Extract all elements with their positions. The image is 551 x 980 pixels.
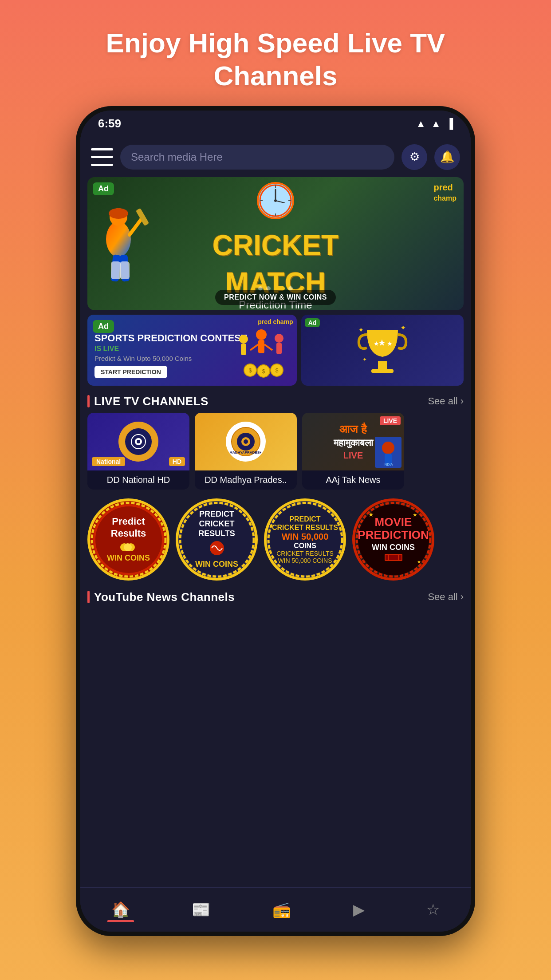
dd-mp-name: DD Madhya Prades.. [195,470,297,490]
svg-line-20 [250,344,258,350]
pred-circle-3-text: PREDICTCRICKET RESULTS [272,515,338,532]
banner-content: CRICKET MATCH Prediction Time PREDICT NO… [87,177,464,310]
svg-text:$: $ [275,368,278,374]
status-bar: 6:59 ▲ ▲ ▐ [80,111,471,137]
live-tv-title: LIVE TV CHANNELS [94,395,209,408]
yt-title-bar: YouTube News Channels [87,590,235,604]
svg-rect-69 [386,555,388,560]
banner-ad[interactable]: Ad predchamp [87,177,464,310]
svg-point-0 [106,221,131,257]
svg-text:$: $ [262,368,265,375]
dd-national-thumb: National HD [87,413,189,470]
svg-rect-19 [258,340,264,353]
section-bar [87,395,90,407]
bottom-spacer [80,609,471,657]
star-icon: ☆ [426,901,440,905]
svg-text:★: ★ [374,340,379,347]
home-icon: 🏠 [111,901,130,905]
app-headline: Enjoy High Speed Live TV Channels [71,0,481,106]
pred-circle-4[interactable]: ★ ★ ★ MOVIEPREDICTION WIN COINS [352,498,434,581]
phone-frame: 6:59 ▲ ▲ ▐ Search media Here ⚙ 🔔 [76,106,475,936]
svg-text:MADHYAPRADESH: MADHYAPRADESH [230,450,261,454]
gear-icon: ⚙ [409,150,420,164]
svg-rect-25 [276,343,282,354]
sports-figures: $ $ $ [226,315,297,386]
pred-circle-1-text: PredictResults [107,516,150,539]
svg-rect-32 [378,361,387,370]
trophy-ad[interactable]: Ad ★ ★ [301,315,464,386]
hamburger-button[interactable] [91,148,113,166]
trophy-visual: ★ ★ ★ ✦ ✦ ✦ [301,315,464,386]
predict-now-button[interactable]: PREDICT NOW & WIN COINS [215,290,336,305]
headline-line1: Enjoy High Speed Live TV [106,28,445,58]
national-badge: National [92,457,125,466]
live-tv-see-all[interactable]: See all › [428,395,464,407]
app-header: Search media Here ⚙ 🔔 [80,137,471,177]
svg-point-57 [124,543,132,551]
clock-decoration [256,181,295,222]
channels-row: National HD DD National HD [80,413,471,497]
banner-title-cricket: CRICKET [213,231,338,260]
dd-national-name: DD National HD [87,470,189,490]
svg-text:INDIA: INDIA [383,462,393,466]
settings-button[interactable]: ⚙ [401,144,427,170]
nav-favorites[interactable]: ☆ [417,897,449,905]
sports-ad-badge: Ad [93,320,114,333]
cricket-player-image [92,204,150,292]
ad-badge: Ad [93,182,114,195]
signal-icon: ▲ [431,118,441,130]
aaj-tak-content: आज है महामुकाबला LIVE LIVE [302,413,404,470]
yt-see-all[interactable]: See all › [428,591,464,603]
aaj-tak-text: आज है महामुकाबला LIVE [334,422,373,461]
svg-rect-33 [371,369,394,373]
svg-rect-71 [399,555,401,560]
trophy-ad-badge: Ad [305,318,320,327]
nav-home[interactable]: 🏠 [102,897,139,905]
svg-point-49 [382,442,394,454]
pred-champ-small-logo: pred champ [258,318,293,325]
time-display: 6:59 [98,117,121,130]
svg-text:✦: ✦ [362,356,367,363]
nav-news[interactable]: 📰 [183,897,219,905]
dd-national-logo [118,422,158,462]
play-icon: ▶ [353,901,365,905]
start-prediction-button[interactable]: START PREDICTION [94,366,167,378]
radio-icon: 📻 [272,901,291,905]
svg-rect-23 [241,344,246,355]
svg-point-42 [137,440,140,443]
search-bar[interactable]: Search media Here [120,145,394,170]
pred-circle-1[interactable]: PredictResults WIN COINS [87,498,169,581]
sports-prediction-ad[interactable]: Ad SPORTS PREDICTION CONTEST IS LIVE Pre… [87,315,297,386]
svg-rect-8 [120,261,130,279]
cricket-thumb: INDIA [375,437,401,468]
nav-radio[interactable]: 📻 [264,897,300,905]
live-badge: LIVE [380,416,401,425]
prediction-circles-row: PredictResults WIN COINS [80,497,471,588]
pred-circle-4-text: MOVIEPREDICTION [358,516,429,541]
small-ads-row: Ad SPORTS PREDICTION CONTEST IS LIVE Pre… [87,315,464,386]
search-placeholder: Search media Here [131,151,223,163]
channel-card-aaj-tak[interactable]: आज है महामुकाबला LIVE LIVE [302,413,404,490]
nav-play[interactable]: ▶ [344,897,374,905]
status-icons: ▲ ▲ ▐ [416,118,453,130]
svg-point-46 [244,439,248,444]
channel-card-dd-mp[interactable]: MADHYAPRADESH DD Madhya Prades.. [195,413,297,490]
youtube-section-header: YouTube News Channels See all › [80,588,471,609]
yt-section-bar [87,591,90,603]
dd-mp-thumb: MADHYAPRADESH [195,413,297,470]
pred-circle-3[interactable]: PREDICTCRICKET RESULTS WIN 50,000 COINS … [264,498,346,581]
pred-circle-2-coins: WIN COINS [195,560,238,569]
phone-screen: Search media Here ⚙ 🔔 Ad predchamp [80,137,471,905]
notification-button[interactable]: 🔔 [434,144,460,170]
aaj-tak-thumb: आज है महामुकाबला LIVE LIVE [302,413,404,470]
headline-line2: Channels [213,60,337,91]
dd-mp-logo: MADHYAPRADESH [226,422,266,462]
battery-icon: ▐ [446,118,453,130]
channel-card-dd-national[interactable]: National HD DD National HD [87,413,189,490]
svg-point-2 [109,208,128,219]
svg-point-22 [239,335,248,344]
pred-circle-2[interactable]: PREDICTCRICKETRESULTS WIN COINS [176,498,258,581]
scroll-content[interactable]: Ad predchamp [80,177,471,905]
chevron-right-icon: › [460,395,464,407]
bottom-nav: 🏠 📰 📻 ▶ ☆ [80,887,471,905]
